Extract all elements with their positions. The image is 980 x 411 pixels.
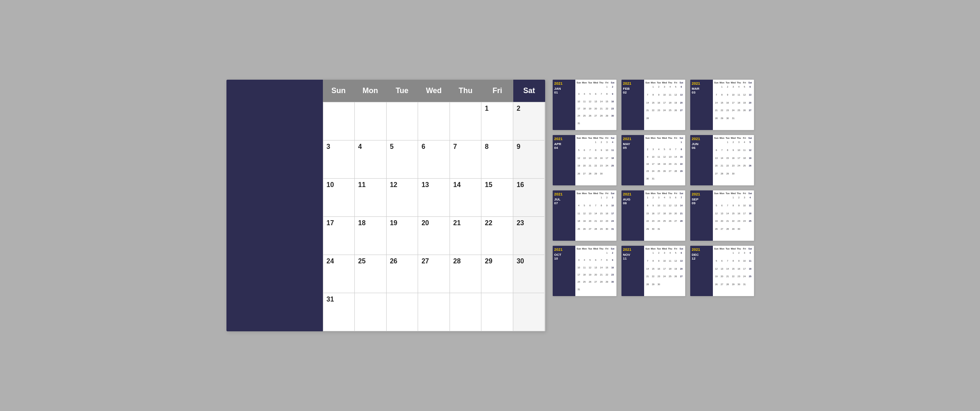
mini-month-label: NOV [623,253,642,257]
cal-day-2[interactable]: 2 [513,102,545,140]
cal-day-5[interactable]: 5 [387,140,419,179]
mini-empty [673,235,678,239]
cal-day-21[interactable]: 21 [450,217,482,255]
mini-day: 26 [662,169,667,177]
mini-empty [604,180,610,184]
mini-cal-jul: 2021 JUL 07SunMonTueWedThuFriSat12345678… [553,190,616,241]
mini-day: 20 [593,107,598,114]
mini-empty [678,117,684,125]
cal-day-11[interactable]: 11 [355,179,387,217]
cal-day-9[interactable]: 9 [513,140,545,179]
mini-cal-sep: 2021 SEP 09SunMonTueWedThuFriSat12345678… [690,190,754,241]
cal-day-28[interactable]: 28 [450,255,482,293]
mini-day: 3 [742,196,747,204]
cal-day-13[interactable]: 13 [418,179,450,217]
mini-dh-mon: Mon [582,192,587,195]
mini-day: 3 [662,85,667,93]
cal-day-24[interactable]: 24 [323,255,355,293]
cal-day-20[interactable]: 20 [418,217,450,255]
cal-day-22[interactable]: 22 [481,217,513,255]
mini-cal-grid: 1234567891011121314151617181920212223242… [576,85,616,129]
mini-content: SunMonTueWedThuFriSat1234567891011121314… [575,190,616,241]
mini-day: 12 [742,93,747,101]
mini-day: 4 [576,204,582,212]
mini-year: 2021 [692,137,711,141]
mini-dh-mon: Mon [719,247,725,250]
mini-dh-wed: Wed [730,192,736,195]
mini-day: 29 [645,227,650,235]
mini-day: 2 [725,85,730,93]
cal-day-1[interactable]: 1 [481,102,513,140]
mini-empty [582,180,587,184]
mini-empty [673,140,678,148]
mini-day: 8 [598,204,604,212]
mini-day: 15 [678,155,684,162]
mini-day: 9 [736,204,741,212]
mini-day: 1 [604,85,610,92]
mini-day: 22 [645,219,650,227]
cal-day-25[interactable]: 25 [355,255,387,293]
mini-cal-feb: 2021 FEB 02SunMonTueWedThuFriSat12345678… [621,80,685,130]
mini-empty [582,196,587,204]
mini-empty [736,180,741,184]
cal-day-10[interactable]: 10 [323,179,355,217]
mini-day: 26 [673,275,678,283]
cal-day-12[interactable]: 12 [387,179,419,217]
mini-day: 25 [667,275,673,283]
cal-day-15[interactable]: 15 [481,179,513,217]
mini-day: 7 [725,204,730,212]
cal-day-30[interactable]: 30 [513,255,545,293]
mini-day: 9 [604,204,610,212]
cal-day-29[interactable]: 29 [481,255,513,293]
mini-day: 3 [650,148,656,155]
mini-day: 20 [678,267,684,275]
mini-day: 5 [742,85,747,93]
mini-dh-mon: Mon [582,81,587,84]
mini-day: 1 [725,140,730,148]
mini-empty [650,125,656,129]
mini-calendar-grid: 2021 JAN 01SunMonTueWedThuFriSat12345678… [553,80,754,296]
cal-day-3[interactable]: 3 [323,140,355,179]
mini-dh-fri: Fri [673,192,678,195]
mini-day: 10 [742,204,747,212]
mini-day: 23 [645,169,650,177]
mini-day: 31 [656,227,661,235]
mini-day: 10 [730,93,736,101]
mini-empty [576,251,582,258]
mini-empty [714,180,719,184]
mini-day: 24 [730,109,736,117]
cal-day-4[interactable]: 4 [355,140,387,179]
cal-day-6[interactable]: 6 [418,140,450,179]
mini-day: 6 [678,85,684,93]
cal-day-14[interactable]: 14 [450,179,482,217]
mini-empty [582,251,587,258]
cal-day-16[interactable]: 16 [513,179,545,217]
cal-day-17[interactable]: 17 [323,217,355,255]
mini-empty [587,122,593,129]
mini-year: 2021 [623,137,642,141]
cal-day-8[interactable]: 8 [481,140,513,179]
cal-day-26[interactable]: 26 [387,255,419,293]
mini-day: 7 [714,93,719,101]
mini-empty [645,235,650,239]
cal-day-7[interactable]: 7 [450,140,482,179]
cal-day-18[interactable]: 18 [355,217,387,255]
cal-day-19[interactable]: 19 [387,217,419,255]
mini-day: 1 [730,251,736,259]
mini-empty [678,227,684,235]
cal-day-31[interactable]: 31 [323,293,355,331]
mini-day: 30 [656,283,661,291]
mini-day: 5 [587,258,593,265]
mini-day: 25 [747,275,753,283]
cal-day-23[interactable]: 23 [513,217,545,255]
mini-day: 15 [650,267,656,275]
mini-day: 24 [742,275,747,283]
mini-day: 21 [587,164,593,172]
mini-empty [667,140,673,148]
mini-dh-mon: Mon [650,192,656,195]
mini-day: 2 [736,251,741,259]
cal-day-27[interactable]: 27 [418,255,450,293]
cal-empty [387,293,419,331]
mini-cal-grid: 1234567891011121314151617181920212223242… [714,251,753,295]
mini-empty [736,291,741,295]
